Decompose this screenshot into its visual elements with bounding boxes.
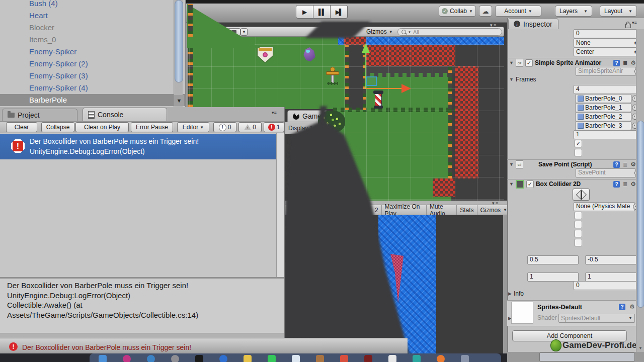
account-button[interactable]: Account▼ bbox=[495, 6, 541, 17]
dock-app-icon[interactable] bbox=[219, 355, 227, 362]
dock-app-icon[interactable] bbox=[413, 355, 421, 362]
dock-app-icon[interactable] bbox=[195, 355, 203, 362]
hierarchy-item[interactable]: Heart bbox=[0, 10, 186, 22]
tab-inspector[interactable]: i Inspector bbox=[508, 18, 558, 29]
edit-collider-button[interactable] bbox=[573, 189, 590, 201]
loop-checkbox[interactable]: ✓ bbox=[575, 140, 582, 147]
material-swatch[interactable] bbox=[511, 302, 533, 324]
tab-console[interactable]: Console bbox=[83, 108, 167, 121]
script-field[interactable]: SimpleSpriteAnir bbox=[576, 67, 636, 76]
barber-pole-sprite[interactable] bbox=[373, 90, 383, 109]
hierarchy-item[interactable]: Blocker bbox=[0, 22, 186, 34]
gizmo-x-axis-line[interactable] bbox=[366, 88, 403, 89]
help-icon[interactable]: ? bbox=[613, 161, 620, 168]
console-log-entry-selected[interactable]: ! Der Boxcollider von BarberPole muss ei… bbox=[0, 134, 284, 159]
hierarchy-scrollbar[interactable] bbox=[174, 0, 183, 107]
help-icon[interactable]: ? bbox=[613, 60, 620, 66]
stats-button[interactable]: Stats bbox=[460, 207, 473, 214]
shield-sprite[interactable] bbox=[258, 47, 273, 62]
gear-icon[interactable]: ⚙ bbox=[629, 303, 635, 310]
dock-app-icon[interactable] bbox=[268, 355, 276, 362]
is-trigger-checkbox[interactable] bbox=[575, 212, 582, 219]
used-by-composite-checkbox[interactable] bbox=[575, 230, 582, 237]
dock-app-icon[interactable] bbox=[340, 355, 348, 362]
editor-dropdown[interactable]: Editor▼ bbox=[177, 122, 209, 132]
clear-button[interactable]: Clear bbox=[6, 122, 37, 132]
inspector-scrollbar-thumb[interactable] bbox=[637, 121, 644, 308]
preset-icon[interactable]: ≣ bbox=[623, 161, 627, 168]
dock-app-icon[interactable] bbox=[461, 355, 469, 362]
auto-tiling-checkbox[interactable] bbox=[575, 239, 582, 246]
gizmo-x-arrow[interactable] bbox=[401, 84, 411, 93]
edge-radius-field[interactable]: 0 bbox=[574, 281, 639, 290]
mask-interaction-dropdown[interactable]: None ▲▼ bbox=[574, 38, 639, 47]
dock-app-icon[interactable] bbox=[123, 355, 131, 362]
error-count-toggle[interactable]: ! 1 bbox=[264, 122, 284, 132]
inspector-menu-icon[interactable]: ▾≡ bbox=[632, 20, 637, 25]
hierarchy-dropdown-icon[interactable]: ▼ bbox=[174, 95, 184, 106]
console-scrollbar[interactable] bbox=[276, 133, 284, 277]
offset-x-field[interactable]: 0.5 bbox=[527, 255, 579, 264]
inspector-scrollbar[interactable]: ▼ bbox=[636, 29, 644, 353]
warning-count-toggle[interactable]: ! 0 bbox=[238, 122, 262, 132]
collab-button[interactable]: ✓ Collab▼ bbox=[439, 6, 476, 17]
dock-app-icon[interactable] bbox=[437, 355, 445, 362]
collapse-button[interactable]: Collapse bbox=[41, 122, 74, 132]
hierarchy-item[interactable]: Enemy-Spiker (3) bbox=[0, 70, 186, 82]
size-y-field[interactable]: 1 bbox=[585, 273, 639, 282]
component-header-save-point[interactable]: ▼ c# Save Point (Script) ? ≣ ⚙ bbox=[507, 159, 639, 169]
hierarchy-item[interactable]: Items_0 bbox=[0, 34, 186, 46]
console-panel-menu-icon[interactable]: ▾≡ bbox=[272, 110, 277, 115]
collider-gizmo-box[interactable] bbox=[366, 76, 377, 86]
order-in-layer-field[interactable]: 0 bbox=[574, 29, 639, 38]
element-field[interactable]: BarberPole_3 bbox=[575, 121, 631, 130]
offset-y-field[interactable]: -0.5 bbox=[585, 255, 639, 264]
destroy-object-checkbox[interactable] bbox=[575, 149, 582, 156]
hierarchy-item[interactable]: Enemy-Spiker bbox=[0, 46, 186, 58]
layers-button[interactable]: Layers▼ bbox=[555, 6, 592, 17]
error-pause-button[interactable]: Error Pause bbox=[131, 122, 173, 132]
element-field[interactable]: BarberPole_1 bbox=[575, 103, 631, 112]
component-enabled-checkbox[interactable]: ✓ bbox=[526, 180, 534, 188]
info-foldout[interactable]: ▶Info bbox=[508, 290, 524, 297]
frames-size-field[interactable]: 4 bbox=[574, 85, 639, 94]
gear-icon[interactable]: ⚙ bbox=[630, 180, 636, 188]
preset-icon[interactable]: ≣ bbox=[623, 60, 627, 66]
gear-icon[interactable]: ⚙ bbox=[630, 161, 636, 168]
help-icon[interactable]: ? bbox=[613, 181, 620, 188]
preset-icon[interactable]: ≣ bbox=[623, 181, 627, 188]
sword-sprite[interactable] bbox=[325, 67, 340, 86]
dock-app-icon[interactable] bbox=[244, 355, 252, 362]
sprite-sort-point-dropdown[interactable]: Center ▲▼ bbox=[574, 47, 639, 56]
scroll-down-arrow-icon[interactable]: ▼ bbox=[638, 346, 642, 350]
status-bar[interactable]: ! Der Boxcollider von BarberPole muss ei… bbox=[0, 338, 408, 355]
material-field[interactable]: None (Physics Mate bbox=[574, 202, 635, 211]
size-x-field[interactable]: 1 bbox=[527, 273, 579, 282]
duration-field[interactable]: 1 bbox=[574, 130, 639, 139]
hierarchy-item[interactable]: Enemy-Spiker (2) bbox=[0, 58, 186, 70]
element-field[interactable]: BarberPole_2 bbox=[575, 112, 631, 121]
step-button[interactable]: ▶▌ bbox=[331, 5, 348, 19]
component-header-sprite-animator[interactable]: ▼ c# ✓ Simple Sprite Animator ? ≣ ⚙ bbox=[507, 58, 639, 67]
used-by-effector-checkbox[interactable] bbox=[575, 221, 582, 228]
bush-sprite[interactable] bbox=[318, 111, 345, 133]
layout-button[interactable]: Layout▼ bbox=[600, 6, 637, 17]
game-gizmos-dropdown[interactable]: Gizmos bbox=[480, 207, 501, 214]
element-field[interactable]: BarberPole_0 bbox=[575, 94, 631, 103]
inspector-lock-icon[interactable] bbox=[625, 21, 631, 30]
dock-app-icon[interactable] bbox=[316, 355, 324, 362]
script-field[interactable]: SavePoint bbox=[576, 168, 636, 177]
frames-foldout[interactable]: ▼Frames bbox=[509, 76, 536, 83]
shader-dropdown[interactable]: Sprites/Default ▼ bbox=[558, 314, 635, 323]
help-icon[interactable]: ? bbox=[619, 304, 625, 310]
pause-button[interactable]: ▌▌ bbox=[313, 5, 331, 19]
gear-icon[interactable]: ⚙ bbox=[630, 59, 636, 66]
dock-app-icon[interactable] bbox=[364, 355, 372, 362]
component-enabled-checkbox[interactable]: ✓ bbox=[525, 59, 533, 67]
cloud-button[interactable]: ☁ bbox=[479, 6, 492, 17]
hierarchy-scrollbar-thumb[interactable] bbox=[175, 0, 183, 82]
dock-app-icon[interactable] bbox=[171, 355, 179, 362]
hierarchy-item[interactable]: Enemy-Spiker (4) bbox=[0, 82, 186, 94]
bottom-right-field[interactable] bbox=[539, 352, 635, 361]
scene-gizmos-dropdown[interactable]: Gizmos▼ bbox=[366, 28, 393, 35]
